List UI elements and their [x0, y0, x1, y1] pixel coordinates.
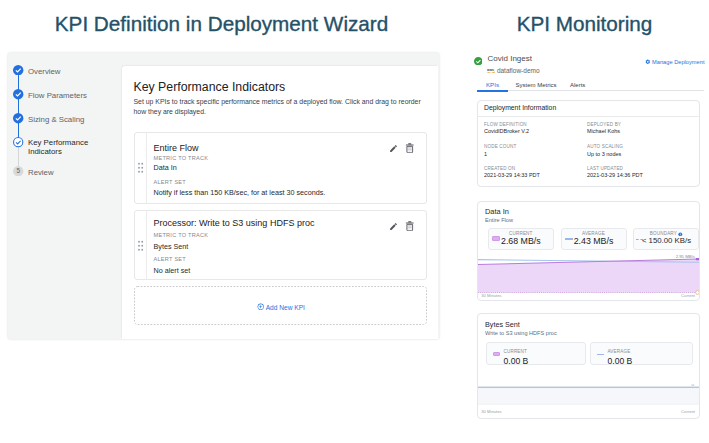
svg-text:2.95 MB/s: 2.95 MB/s — [676, 254, 695, 259]
svg-text:aws: aws — [487, 68, 494, 72]
svg-text:5: 5 — [17, 167, 21, 174]
